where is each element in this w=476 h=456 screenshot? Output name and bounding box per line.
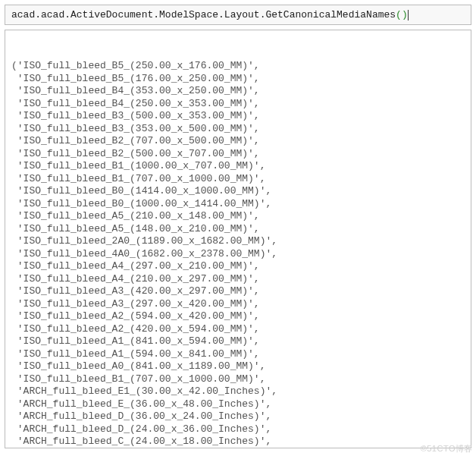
output-content: ('ISO_full_bleed_B5_(250.00_x_176.00_MM)… xyxy=(11,60,465,448)
command-parens: () xyxy=(396,9,408,20)
command-text: acad.acad.ActiveDocument.ModelSpace.Layo… xyxy=(11,9,396,20)
command-input[interactable]: acad.acad.ActiveDocument.ModelSpace.Layo… xyxy=(5,5,471,25)
text-cursor xyxy=(408,10,409,20)
output-panel: ('ISO_full_bleed_B5_(250.00_x_176.00_MM)… xyxy=(5,30,471,448)
watermark-text: ©51CTO博客 xyxy=(421,443,473,454)
